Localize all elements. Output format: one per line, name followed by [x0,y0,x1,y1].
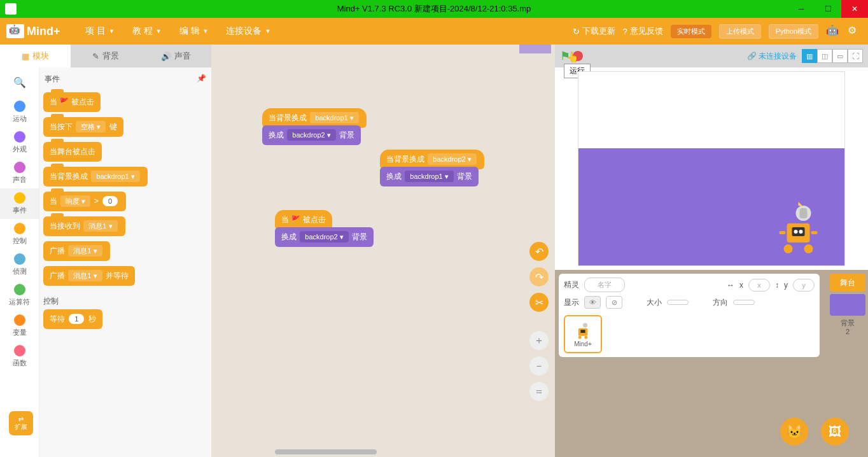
cat-variables[interactable]: 变量 [0,311,39,341]
ws-backdrop-swatch [519,45,551,53]
mode-python[interactable]: Python模式 [769,24,818,39]
script-2[interactable]: 当背景换成 backdrop2 ▾ 换成 backdrop1 ▾ 背景 [380,150,484,186]
cat-motion[interactable]: 运动 [0,97,39,127]
menu-project[interactable]: 项 目▼ [76,25,123,37]
svg-point-3 [799,230,803,234]
add-backdrop-fab[interactable]: 🖼 [821,418,849,446]
feedback-link[interactable]: ? 意见反馈 [623,25,663,37]
cat-sensing[interactable]: 侦测 [0,250,39,280]
stage-mode-full[interactable]: ⛶ [848,49,863,63]
hide-button[interactable]: ⊘ [606,296,622,309]
dir-label: 方向 [713,297,728,308]
avatar-icon[interactable]: 🤖 [826,24,840,38]
pin-icon[interactable]: 📌 [197,74,206,85]
svg-point-14 [583,323,587,327]
tab-blocks[interactable]: ▦ 模块 [0,45,71,67]
zoom-out-button[interactable]: － [529,356,549,376]
show-button[interactable]: 👁 [584,296,601,309]
stage[interactable] [578,71,845,266]
svg-point-7 [804,244,813,253]
script-1[interactable]: 当背景换成 backdrop1 ▾ 换成 backdrop2 ▾ 背景 [262,108,367,145]
block-wait[interactable]: 等待 1 秒 [43,309,102,329]
size-input[interactable] [667,300,689,305]
mode-upload[interactable]: 上传模式 [719,24,761,39]
stage-mode-large[interactable]: ▭ [832,49,848,63]
minimize-button[interactable]: ─ [788,0,815,18]
svg-point-12 [578,335,582,339]
workspace[interactable]: 当背景换成 backdrop1 ▾ 换成 backdrop2 ▾ 背景 当背景换… [211,45,555,457]
mode-realtime[interactable]: 实时模式 [671,25,711,38]
tab-backdrop[interactable]: ✎ 背景 [71,45,141,67]
block-when-flag[interactable]: 当 🚩 被点击 [43,92,101,112]
sprite-name-input[interactable]: 名字 [584,278,625,292]
svg-rect-5 [800,208,808,218]
close-button[interactable]: ✕ [841,0,868,18]
extension-button[interactable]: ⇄扩展 [9,411,33,435]
block-broadcast[interactable]: 广播 消息1 ▾ [43,241,110,261]
block-broadcast-wait[interactable]: 广播 消息1 ▾ 并等待 [43,266,135,286]
script-3[interactable]: 当 🚩 被点击 换成 backdrop2 ▾ 背景 [275,210,374,247]
svg-rect-11 [580,330,585,333]
cat-sound[interactable]: 声音 [0,158,39,188]
zoom-reset-button[interactable]: ＝ [529,382,549,401]
svg-point-2 [794,230,798,234]
stage-mode-medium[interactable]: ◫ [817,49,832,63]
sprite-on-stage[interactable] [771,195,825,259]
stage-tab[interactable]: 舞台 [830,274,865,292]
cat-operators[interactable]: 运算符 [0,280,39,311]
zoom-in-button[interactable]: ＋ [529,331,549,350]
menu-device[interactable]: 连接设备▼ [217,25,279,37]
size-label: 大小 [647,297,662,308]
app-icon [5,3,17,15]
stage-thumb-label: 背景2 [841,318,855,335]
window-title: Mind+ V1.7.3 RC3.0 新建项目-2024/8/12-21:0:3… [337,3,531,15]
svg-rect-9 [811,231,818,234]
sprite-label: 精灵 [564,279,579,290]
sprite-y-input[interactable]: y [793,279,815,292]
sprite-card[interactable]: Mind+ [564,315,602,353]
settings-icon[interactable]: ⚙ [848,24,862,38]
block-when-key[interactable]: 当按下 空格 ▾ 键 [43,117,123,137]
maximize-button[interactable]: ☐ [815,0,841,18]
block-when-stage[interactable]: 当舞台被点击 [43,142,102,162]
menu-edit[interactable]: 编 辑▼ [171,25,218,37]
svg-point-13 [584,335,587,339]
svg-rect-8 [780,231,786,234]
block-when-loud[interactable]: 当 响度 ▾ > 0 [43,192,126,211]
block-when-msg[interactable]: 当接收到 消息1 ▾ [43,216,125,236]
tab-sound[interactable]: 🔊 声音 [141,45,211,67]
palette-section2-title: 控制 [43,296,207,307]
cat-events[interactable]: 事件 [0,188,39,219]
add-sprite-fab[interactable]: 🐱 [780,418,808,446]
cursor-icon: 👆 [566,51,579,63]
dir-input[interactable] [733,300,755,305]
palette-section-title: 事件 [45,74,60,85]
show-label: 显示 [564,297,579,308]
redo-button[interactable]: ↷ [529,267,549,286]
sprite-x-input[interactable]: x [748,279,770,292]
crop-button[interactable]: ✂ [529,293,549,312]
logo: Mind [6,22,64,41]
cat-functions[interactable]: 函数 [0,341,39,372]
stage-thumbnail[interactable] [830,294,865,316]
menu-tutorial[interactable]: 教 程▼ [123,25,171,37]
svg-point-6 [784,244,793,253]
cat-looks[interactable]: 外观 [0,127,39,158]
workspace-scrollbar[interactable] [275,449,377,454]
search-icon[interactable]: 🔍 [13,76,26,89]
download-updates-link[interactable]: ↻ 下载更新 [573,25,615,37]
undo-button[interactable]: ↶ [529,242,549,261]
stage-mode-small[interactable]: ▥ [802,49,817,63]
device-status[interactable]: 🔗 未连接设备 [747,51,797,62]
block-when-backdrop[interactable]: 当背景换成 backdrop1 ▾ [43,167,148,186]
cat-control[interactable]: 控制 [0,219,39,250]
